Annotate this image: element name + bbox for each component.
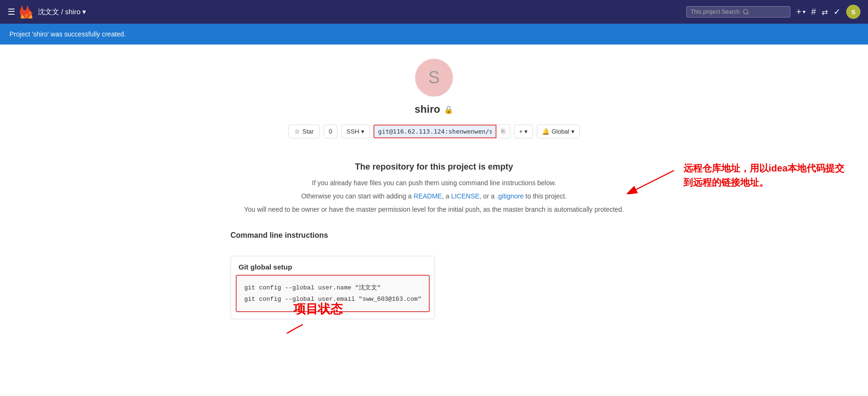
svg-point-0 <box>744 9 748 14</box>
empty-repo-line1: If you already have files you can push t… <box>230 178 638 189</box>
merge-requests-icon[interactable]: ⇄ <box>822 8 828 17</box>
success-alert-banner: Project 'shiro' was successfully created… <box>0 24 868 45</box>
main-content: S shiro 🔒 ☆ Star 0 SSH ▾ ⎘ <box>221 45 647 333</box>
clone-url-wrapper: ⎘ <box>373 124 510 138</box>
clone-protocol-dropdown[interactable]: SSH ▾ <box>341 125 370 138</box>
empty-repo-title: The repository for this project is empty <box>230 162 638 172</box>
ssh-label: SSH <box>346 128 359 135</box>
line2-mid1: , a <box>442 192 451 200</box>
project-avatar-letter: S <box>428 68 440 88</box>
annotation-wrapper: Git global setup git config --global use… <box>230 246 435 319</box>
project-title: shiro 🔒 <box>415 103 453 116</box>
copy-url-button[interactable]: ⎘ <box>496 124 510 138</box>
remote-annotation-text: 远程仓库地址，用以idea本地代码提交到远程的链接地址。 <box>683 161 854 189</box>
nav-chevron-icon[interactable]: ▾ <box>82 8 86 16</box>
add-chevron-icon: ▾ <box>524 128 528 135</box>
project-header: S shiro 🔒 ☆ Star 0 SSH ▾ ⎘ <box>230 59 638 138</box>
star-button[interactable]: ☆ Star <box>288 125 320 138</box>
action-bar: ☆ Star 0 SSH ▾ ⎘ + ▾ 🔔 <box>288 124 580 138</box>
search-scope-label: This project Search <box>691 9 739 15</box>
empty-repo-line3: You will need to be owner or have the ma… <box>230 204 638 216</box>
star-label: Star <box>302 128 314 135</box>
todos-icon[interactable]: ✓ <box>833 7 841 17</box>
readme-link[interactable]: README <box>414 192 442 200</box>
search-icon <box>743 9 749 15</box>
nav-user-link[interactable]: 沈文文 <box>38 8 59 16</box>
star-count: 0 <box>324 125 337 138</box>
star-icon: ☆ <box>294 128 300 135</box>
line2-mid2: , or a <box>479 192 496 200</box>
add-button[interactable]: + ▾ <box>514 125 533 138</box>
gitignore-link[interactable]: .gitignore <box>496 192 524 200</box>
navbar: ☰ 沈文文 / shiro ▾ This project Search <box>0 0 868 24</box>
empty-repo-section: The repository for this project is empty… <box>230 153 638 231</box>
line2-prefix: Otherwise you can start with adding a <box>301 192 413 200</box>
create-new-button[interactable]: + ▾ <box>796 7 806 17</box>
ssh-chevron-icon: ▾ <box>361 128 364 135</box>
notification-label: Global <box>551 128 569 135</box>
search-box[interactable]: This project Search <box>686 6 790 18</box>
nav-breadcrumb: 沈文文 / shiro ▾ <box>38 8 86 17</box>
nav-separator: / <box>61 8 65 16</box>
nav-repo-link[interactable]: shiro <box>65 8 81 16</box>
hamburger-icon[interactable]: ☰ <box>8 7 15 17</box>
notification-chevron-icon: ▾ <box>571 128 575 135</box>
private-lock-icon: 🔒 <box>444 105 453 114</box>
empty-repo-line2: Otherwise you can start with adding a RE… <box>230 191 638 202</box>
cmd-instructions-section: Command line instructions Git global set… <box>230 231 638 319</box>
gitlab-logo-icon[interactable] <box>20 5 33 18</box>
alert-message: Project 'shiro' was successfully created… <box>9 30 126 38</box>
clone-url-input[interactable] <box>373 125 496 138</box>
svg-line-1 <box>747 13 749 15</box>
license-link[interactable]: LICENSE <box>451 192 479 200</box>
cmd-line-1: git config --global user.name "沈文文" <box>244 282 421 293</box>
cmd-line-2: git config --global user.email "sww_603@… <box>244 294 421 305</box>
line2-suffix: to this project. <box>523 192 567 200</box>
git-setup-title: Git global setup <box>231 256 434 275</box>
git-setup-box: Git global setup git config --global use… <box>230 256 435 319</box>
cmd-section-title: Command line instructions <box>230 231 638 240</box>
user-avatar[interactable]: S <box>846 5 860 19</box>
issues-icon[interactable]: # <box>811 7 816 17</box>
add-icon: + <box>519 128 523 135</box>
project-name-text: shiro <box>415 103 440 116</box>
notification-button[interactable]: 🔔 Global ▾ <box>537 125 580 138</box>
git-setup-commands: git config --global user.name "沈文文" git … <box>236 275 430 312</box>
bell-icon: 🔔 <box>542 128 549 135</box>
project-avatar: S <box>415 59 453 97</box>
